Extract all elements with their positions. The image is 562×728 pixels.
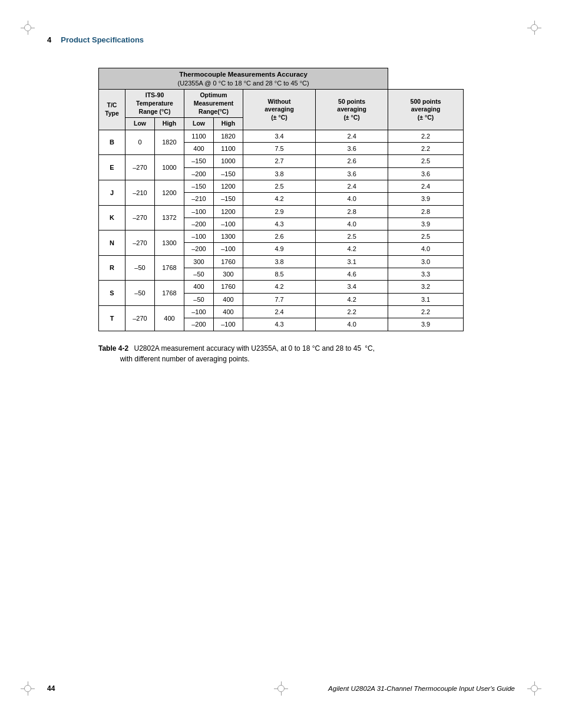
opt-low-header: Low [184, 118, 214, 130]
footer-guide-title: Agilent U2802A 31-Channel Thermocouple I… [328, 685, 515, 692]
page-header: 4 Product Specifications [47, 35, 515, 44]
table-row: J–2101200–15012002.52.42.4 [99, 180, 464, 192]
50pts-header: 50 pointsaveraging(± °C) [316, 90, 388, 130]
main-content: Thermocouple Measurements Accuracy (U235… [47, 68, 515, 364]
table-header-main: Thermocouple Measurements Accuracy (U235… [99, 68, 464, 90]
page: 4 Product Specifications Thermocouple Me… [0, 0, 562, 728]
accuracy-table: Thermocouple Measurements Accuracy (U235… [98, 68, 464, 331]
500pts-header: 500 pointsaveraging(± °C) [388, 90, 464, 130]
reg-mark-tr [527, 21, 541, 35]
optimum-header: OptimumMeasurementRange(°C) [184, 90, 243, 118]
reg-mark-bl [21, 681, 35, 696]
footer-page-number: 44 [47, 684, 55, 693]
table-row: K–2701372–10012002.92.82.8 [99, 205, 464, 218]
its-low-header: Low [125, 118, 155, 130]
table-title: Thermocouple Measurements Accuracy [102, 70, 385, 79]
table-row: T–270400–1004002.42.22.2 [99, 305, 464, 318]
col-headers-row: T/CType ITS-90TemperatureRange (°C) Opti… [99, 90, 464, 118]
chapter-number: 4 [47, 35, 51, 44]
caption-label: Table 4-2 [98, 344, 128, 353]
opt-high-header: High [214, 118, 243, 130]
reg-mark-bottom-center [274, 681, 288, 696]
table-body: B01820110018203.42.42.240011007.53.62.2E… [99, 130, 464, 331]
chapter-title: Product Specifications [61, 35, 144, 44]
tc-type-header: T/CType [99, 90, 125, 130]
table-subtitle: (U2355A @ 0 °C to 18 °C and 28 °C to 45 … [102, 79, 385, 87]
table-row: E–2701000–15010002.72.62.5 [99, 155, 464, 167]
table-row: B01820110018203.42.42.2 [99, 130, 464, 142]
caption-text: U2802A measurement accuracy with U2355A,… [98, 344, 375, 363]
table-title-cell: Thermocouple Measurements Accuracy (U235… [99, 68, 388, 90]
its-high-header: High [155, 118, 184, 130]
table-row: R–50176830017603.83.13.0 [99, 255, 464, 268]
table-row: N–2701300–10013002.62.52.5 [99, 230, 464, 243]
reg-mark-tl [21, 21, 35, 35]
its90-header: ITS-90TemperatureRange (°C) [125, 90, 184, 118]
table-wrapper: Thermocouple Measurements Accuracy (U235… [98, 68, 464, 331]
table-caption: Table 4-2 U2802A measurement accuracy wi… [98, 343, 464, 364]
table-row: S–50176840017604.23.43.2 [99, 281, 464, 293]
reg-mark-br [527, 681, 541, 696]
without-avg-header: Withoutaveraging(± °C) [243, 90, 316, 130]
